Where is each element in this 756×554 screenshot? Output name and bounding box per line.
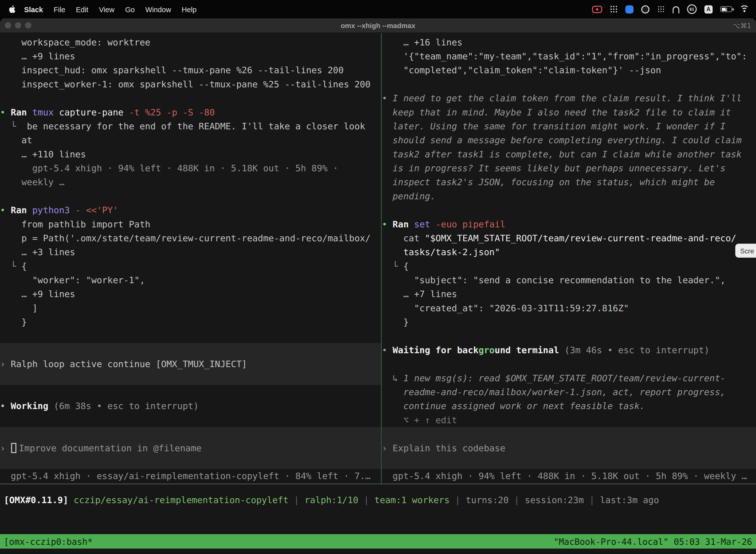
terminal-text: • [0, 205, 11, 215]
terminal-text: … +3 lines [0, 247, 75, 257]
tmux-host-clock: "MacBook-Pro-44.local" 05:03 31-Mar-26 [554, 536, 752, 547]
terminal-line: • Working (6m 38s • esc to interrupt) [0, 399, 381, 413]
menu-edit[interactable]: Edit [71, 5, 94, 13]
terminal-line: keep that in mind. Maybe I also need the… [382, 105, 756, 119]
menu-help[interactable]: Help [176, 5, 202, 13]
terminal-line [0, 329, 381, 343]
terminal-text: | [289, 495, 305, 505]
terminal-line: └ { [0, 259, 381, 273]
terminal-text: und terminal [495, 345, 564, 355]
tmux-status-bar: [omx-cczip0:bash* "MacBook-Pro-44.local"… [0, 534, 756, 549]
terminal-line: • Waiting for background terminal (3m 46… [382, 343, 756, 357]
terminal-text: Ralph loop active continue [OMX_TMUX_INJ… [11, 359, 247, 369]
terminal-text: gpt-5.4 xhigh · essay/ai-reimplementatio… [0, 471, 371, 481]
charging-bolt-icon: ⚡ [724, 5, 728, 12]
minimize-button[interactable] [15, 22, 21, 28]
terminal-line: } [382, 315, 756, 329]
terminal-text: - <<'PY' [75, 205, 118, 215]
blue-app-icon[interactable] [625, 5, 633, 13]
terminal-line [382, 329, 756, 343]
terminal-text: ⌥ + ↑ edit [382, 415, 457, 425]
tmux-split: workspace_mode: worktree … +9 lines insp… [0, 33, 756, 484]
terminal-text: -t %25 -p -S -80 [129, 107, 215, 117]
terminal-text: session:23m [525, 495, 584, 505]
terminal-text: cczip/essay/ai-reimplementation-copyleft [74, 495, 289, 505]
terminal-text: › [0, 359, 11, 369]
close-button[interactable] [5, 22, 11, 28]
terminal-text: • [382, 93, 393, 103]
ghost-app-icon[interactable] [673, 6, 679, 13]
terminal-text: capture-pane [59, 107, 129, 117]
dots-app-icon[interactable] [657, 6, 665, 12]
terminal-line [0, 385, 381, 399]
prompt-line: › Ralph loop active continue [OMX_TMUX_I… [0, 357, 381, 371]
terminal-text: (3m 46s • esc to interrupt) [565, 345, 710, 355]
terminal-line: ⌥ + ↑ edit [382, 413, 756, 427]
terminal-line: cat "$OMX_TEAM_STATE_ROOT/team/review-cu… [382, 231, 756, 245]
terminal-line: … +9 lines [0, 287, 381, 301]
terminal-text: Waiting for back [393, 345, 479, 355]
text-cursor [11, 443, 16, 453]
battery-percent-icon[interactable]: 61 [687, 4, 697, 14]
menu-window[interactable]: Window [140, 5, 176, 13]
terminal-text: -euo pipefail [436, 219, 505, 229]
terminal-text: is in progress? It seems likely but perh… [382, 163, 726, 173]
terminal-text: … +7 lines [382, 289, 457, 299]
menu-bar-status-icons: 61 A ⚡ [592, 4, 749, 14]
terminal-text: • [0, 401, 11, 411]
terminal-text: › [382, 443, 393, 453]
terminal-text: } [0, 317, 27, 327]
terminal-text: └ [382, 261, 403, 271]
terminal-text: └ [0, 121, 27, 131]
terminal-text: • [382, 219, 393, 229]
grid-menu-icon[interactable] [610, 5, 618, 13]
battery-icon[interactable]: ⚡ [720, 6, 732, 12]
prompt-line [382, 427, 756, 441]
terminal-line: task2 after task1 is complete, but can I… [382, 147, 756, 161]
terminal-line: gpt-5.4 xhigh · 94% left · 488K in · 5.1… [382, 469, 756, 483]
prompt-line: › Explain this codebase [382, 441, 756, 455]
zoom-button[interactable] [25, 22, 31, 28]
terminal-line [382, 203, 756, 217]
terminal-text: weekly … [0, 177, 64, 187]
menu-go[interactable]: Go [120, 5, 140, 13]
terminal-line: p = Path('.omx/state/team/review-current… [0, 231, 381, 245]
terminal-text: Working [11, 401, 54, 411]
terminal-line: … +16 lines [382, 35, 756, 49]
terminal-line: └ { [382, 259, 756, 273]
terminal-text: python3 [32, 205, 75, 215]
menu-file[interactable]: File [48, 5, 71, 13]
prompt-line [0, 455, 381, 469]
terminal-line [382, 77, 756, 91]
terminal-line: • I need to get the claim token from the… [382, 91, 756, 105]
terminal-line [0, 91, 381, 105]
ring-app-icon[interactable] [641, 5, 649, 13]
menu-bar-left: Slack File Edit View Go Window Help [7, 5, 202, 13]
tmux-pane-right[interactable]: … +16 lines '{"team_name":"my-team","tas… [382, 33, 756, 484]
tmux-pane-left[interactable]: workspace_mode: worktree … +9 lines insp… [0, 33, 381, 484]
terminal-line: from pathlib import Path [0, 217, 381, 231]
wifi-icon[interactable] [740, 5, 749, 13]
terminal-text: continue assigned work or next feasible … [382, 401, 645, 411]
app-menu-slack[interactable]: Slack [19, 5, 48, 13]
prompt-line: › Improve documentation in @filename [0, 441, 381, 455]
terminal-line: • Ran set -euo pipefail [382, 217, 756, 231]
window-titlebar[interactable]: omx --xhigh --madmax ⌥⌘1 [0, 18, 756, 33]
terminal-text: Explain this codebase [393, 443, 505, 453]
terminal-text: p = Path('.omx/state/team/review-current… [0, 233, 371, 243]
screen-recording-icon[interactable] [592, 5, 602, 13]
terminal-line: … +9 lines [0, 49, 381, 63]
terminal-text: readme-and-reco/mailbox/worker-1.json, a… [382, 387, 726, 397]
terminal-text: tasks/task-2.json" [382, 247, 500, 257]
apple-menu[interactable] [7, 5, 19, 13]
terminal-text: inspect_worker-1: omx sparkshell --tmux-… [0, 79, 371, 89]
terminal-line [0, 413, 381, 427]
terminal-text: ↳ [382, 373, 403, 383]
terminal-text: Ran [11, 205, 32, 215]
terminal-line: "completed","claim_token":"claim-token"}… [382, 63, 756, 77]
input-source-icon[interactable]: A [704, 5, 712, 13]
terminal-text: "$OMX_TEAM_STATE_ROOT/team/review-curren… [425, 233, 737, 243]
terminal-text: be necessary for the end of the README. … [27, 121, 365, 131]
terminal-line: ] [0, 301, 381, 315]
menu-view[interactable]: View [94, 5, 120, 13]
